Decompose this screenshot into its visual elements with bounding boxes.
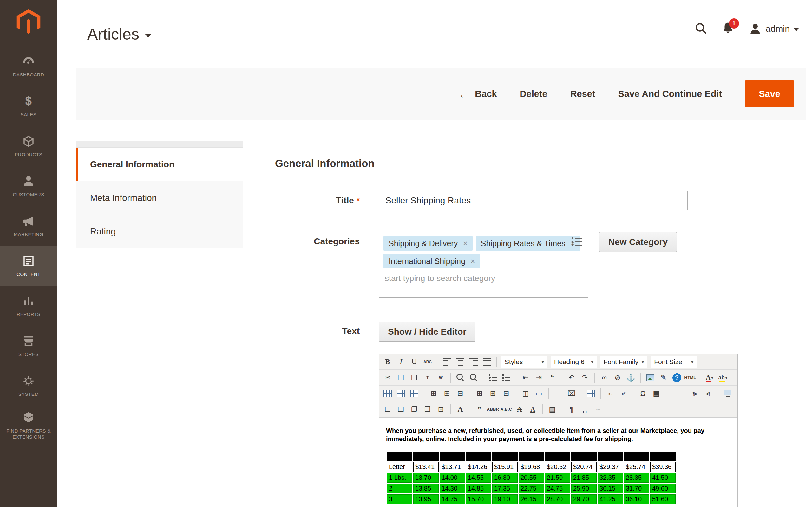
font-size-select[interactable]: Font Size▾ bbox=[651, 356, 697, 368]
remove-tag-button[interactable]: × bbox=[463, 239, 467, 248]
anchor-button[interactable]: ⚓ bbox=[624, 372, 637, 384]
redo-button[interactable]: ↷ bbox=[578, 372, 591, 384]
notifications-button[interactable]: 1 bbox=[721, 21, 734, 36]
attributes-button[interactable]: ▤ bbox=[546, 403, 559, 416]
sidebar-item-reports[interactable]: REPORTS bbox=[0, 286, 57, 326]
align-justify-button[interactable] bbox=[480, 355, 493, 368]
editor-body[interactable]: When you purchase a new, refurbished, us… bbox=[379, 417, 738, 507]
sidebar-item-marketing[interactable]: MARKETING bbox=[0, 206, 57, 246]
subscript-button[interactable]: x₂ bbox=[604, 387, 617, 400]
nonbreaking-space-button[interactable]: ␣ bbox=[578, 403, 591, 416]
col-insert-after-button[interactable]: ⊞ bbox=[487, 387, 499, 400]
acronym-button[interactable]: A.B.C bbox=[500, 403, 513, 416]
style-props-button[interactable]: A bbox=[454, 403, 467, 416]
background-color-button[interactable]: ab▾ bbox=[716, 372, 729, 384]
sidebar-item-dashboard[interactable]: DASHBOARD bbox=[0, 46, 57, 86]
title-dropdown-caret-icon[interactable] bbox=[145, 34, 151, 38]
bring-to-front-button[interactable]: ❐ bbox=[408, 403, 420, 416]
tab-rating[interactable]: Rating bbox=[76, 215, 243, 248]
align-center-button[interactable] bbox=[454, 355, 467, 368]
table-cell-props-button[interactable] bbox=[408, 387, 420, 400]
html-button[interactable]: HTML bbox=[684, 372, 697, 384]
font-family-select[interactable]: Font Family▾ bbox=[600, 356, 647, 368]
ordered-list-button[interactable] bbox=[500, 372, 513, 384]
align-left-button[interactable] bbox=[441, 355, 453, 368]
sidebar-item-content[interactable]: CONTENT bbox=[0, 246, 57, 286]
sidebar-item-sales[interactable]: $SALES bbox=[0, 86, 57, 126]
sidebar-item-partners[interactable]: FIND PARTNERS & EXTENSIONS bbox=[0, 406, 57, 446]
split-cells-button[interactable]: ◫ bbox=[519, 387, 532, 400]
back-button[interactable]: ← Back bbox=[458, 89, 497, 100]
cleanup-button[interactable]: ✎ bbox=[657, 372, 670, 384]
page-break-button[interactable]: ┄ bbox=[592, 403, 605, 416]
save-button[interactable]: Save bbox=[745, 80, 794, 107]
reset-button[interactable]: Reset bbox=[570, 89, 595, 99]
ltr-button[interactable]: ¶▸ bbox=[689, 387, 701, 400]
align-right-button[interactable] bbox=[467, 355, 480, 368]
fullscreen-button[interactable] bbox=[721, 387, 734, 400]
remove-format-button[interactable]: ⌧ bbox=[565, 387, 578, 400]
categories-multiselect[interactable]: Shipping & Delivery×Shipping Rates & Tim… bbox=[379, 232, 588, 297]
visual-chars-button[interactable]: ¶ bbox=[565, 403, 578, 416]
row-delete-button[interactable]: ⊟ bbox=[454, 387, 467, 400]
absolute-position-button[interactable]: ⊡ bbox=[435, 403, 447, 416]
send-to-back-button[interactable]: ❒ bbox=[421, 403, 434, 416]
table-row-props-button[interactable] bbox=[395, 387, 407, 400]
new-category-button[interactable]: New Category bbox=[599, 232, 677, 252]
sidebar-item-customers[interactable]: CUSTOMERS bbox=[0, 166, 57, 206]
table-insert-button[interactable] bbox=[381, 387, 394, 400]
tab-meta-information[interactable]: Meta Information bbox=[76, 181, 243, 215]
sidebar-item-products[interactable]: PRODUCTS bbox=[0, 126, 57, 166]
select-all-button[interactable]: ☐ bbox=[381, 403, 394, 416]
sidebar-item-stores[interactable]: STORES bbox=[0, 326, 57, 366]
paste-as-text-button[interactable]: T bbox=[421, 372, 434, 384]
row-insert-above-button[interactable]: ⊞ bbox=[427, 387, 440, 400]
visual-aid-button[interactable] bbox=[585, 387, 597, 400]
unordered-list-button[interactable] bbox=[487, 372, 499, 384]
bold-button[interactable]: B bbox=[381, 355, 394, 368]
abbreviation-button[interactable]: ABBR bbox=[487, 403, 499, 416]
cite-button[interactable]: ❞ bbox=[473, 403, 486, 416]
rtl-button[interactable]: ◂¶ bbox=[702, 387, 715, 400]
media-button[interactable]: ▤ bbox=[650, 387, 663, 400]
indent-button[interactable]: ⇥ bbox=[532, 372, 545, 384]
superscript-button[interactable]: x² bbox=[617, 387, 630, 400]
insert-layer-button[interactable]: ❏ bbox=[395, 403, 407, 416]
magento-logo[interactable] bbox=[0, 0, 57, 41]
col-insert-before-button[interactable]: ⊞ bbox=[473, 387, 486, 400]
advanced-hr-button[interactable]: — bbox=[669, 387, 682, 400]
find-button[interactable] bbox=[454, 372, 467, 384]
paste-from-word-button[interactable]: W bbox=[435, 372, 447, 384]
text-color-button[interactable]: A▾ bbox=[703, 372, 716, 384]
category-search-input[interactable] bbox=[384, 272, 583, 285]
sidebar-item-system[interactable]: SYSTEM bbox=[0, 366, 57, 406]
admin-menu[interactable]: admin bbox=[749, 22, 799, 36]
inserted-text-button[interactable]: A bbox=[526, 403, 539, 416]
col-delete-button[interactable]: ⊟ bbox=[500, 387, 513, 400]
special-char-button[interactable]: Ω bbox=[637, 387, 649, 400]
cut-button[interactable]: ✂ bbox=[381, 372, 394, 384]
tab-general-information[interactable]: General Information bbox=[76, 148, 243, 181]
format-select[interactable]: Heading 6▾ bbox=[551, 356, 597, 368]
copy-button[interactable]: ❏ bbox=[395, 372, 407, 384]
row-insert-below-button[interactable]: ⊞ bbox=[441, 387, 453, 400]
find-replace-button[interactable] bbox=[467, 372, 480, 384]
show-hide-editor-button[interactable]: Show / Hide Editor bbox=[379, 322, 475, 342]
blockquote-button[interactable]: ❝ bbox=[546, 372, 559, 384]
unlink-button[interactable]: ⊘ bbox=[611, 372, 624, 384]
title-input[interactable] bbox=[379, 191, 688, 210]
underline-button[interactable]: U bbox=[408, 355, 420, 368]
strikethrough-button[interactable]: ABC bbox=[421, 355, 434, 368]
outdent-button[interactable]: ⇤ bbox=[519, 372, 532, 384]
horizontal-rule-button[interactable]: — bbox=[552, 387, 565, 400]
category-list-icon[interactable] bbox=[571, 237, 583, 247]
help-button[interactable]: ? bbox=[670, 372, 683, 384]
styles-select[interactable]: Styles▾ bbox=[501, 356, 548, 368]
paste-button[interactable]: ❐ bbox=[408, 372, 420, 384]
image-button[interactable] bbox=[644, 372, 657, 384]
link-button[interactable]: ∞ bbox=[598, 372, 611, 384]
merge-cells-button[interactable]: ▭ bbox=[532, 387, 545, 400]
remove-tag-button[interactable]: × bbox=[470, 257, 475, 266]
global-search-button[interactable] bbox=[694, 21, 707, 36]
delete-button[interactable]: Delete bbox=[520, 89, 548, 99]
